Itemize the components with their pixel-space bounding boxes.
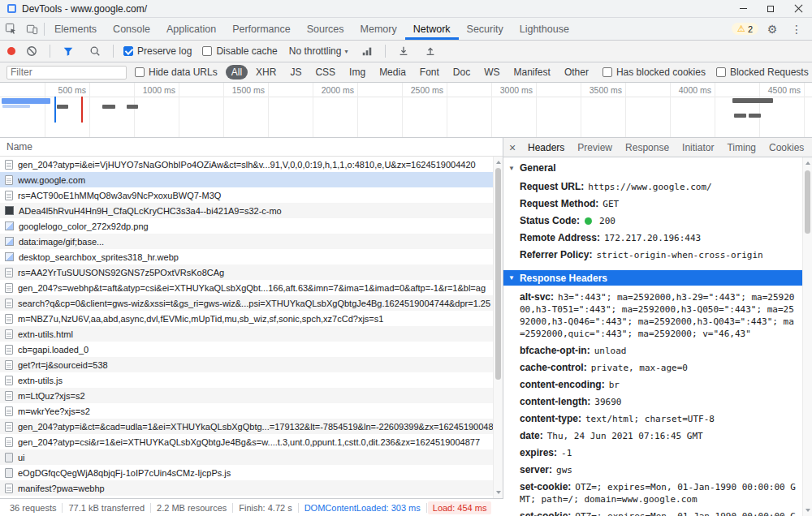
- warning-icon: ⚠: [737, 24, 745, 34]
- scroll-up-icon[interactable]: [806, 161, 810, 165]
- filter-pill-css[interactable]: CSS: [309, 65, 341, 80]
- tab-lighthouse[interactable]: Lighthouse: [512, 18, 577, 40]
- minimize-button[interactable]: [729, 0, 757, 17]
- network-summary-bar: 36 requests77.1 kB transferred2.2 MB res…: [0, 498, 503, 516]
- ruler-line: [0, 97, 812, 97]
- filter-pill-doc[interactable]: Doc: [447, 65, 476, 80]
- filter-input[interactable]: [6, 66, 127, 80]
- tab-application[interactable]: Application: [158, 18, 224, 40]
- record-button[interactable]: [7, 47, 15, 55]
- request-row[interactable]: gen_204?s=webhp&t=aft&atyp=csi&ei=XTHUYk…: [0, 280, 493, 295]
- scroll-up-icon[interactable]: [496, 161, 501, 164]
- request-row[interactable]: extn-utils.js: [0, 372, 493, 388]
- scroll-down-icon[interactable]: [806, 509, 810, 512]
- clear-icon: [26, 45, 37, 57]
- device-toolbar-button[interactable]: [21, 18, 42, 40]
- request-row[interactable]: desktop_searchbox_sprites318_hr.webp: [0, 249, 493, 264]
- request-row[interactable]: eOgDGfqcQegWjA8qbjqFj-1oIP7cUin4sCMz-Ijc…: [0, 465, 493, 480]
- tab-security[interactable]: Security: [459, 18, 512, 40]
- response-headers-section-header[interactable]: ▼ Response Headers: [503, 270, 802, 286]
- issues-badge[interactable]: ⚠ 2: [732, 23, 758, 35]
- general-section-header[interactable]: ▼ General: [503, 157, 802, 178]
- filter-pill-other[interactable]: Other: [559, 65, 594, 80]
- import-har-button[interactable]: [393, 45, 414, 57]
- name-column-header[interactable]: Name: [0, 138, 503, 157]
- preserve-log-checkbox[interactable]: [123, 46, 133, 56]
- export-har-button[interactable]: [420, 45, 441, 57]
- filter-pill-js[interactable]: JS: [284, 65, 307, 80]
- request-row[interactable]: cb=gapi.loaded_0: [0, 342, 493, 357]
- preserve-log-label[interactable]: Preserve log: [137, 45, 192, 57]
- filter-pill-img[interactable]: Img: [343, 65, 371, 80]
- request-row[interactable]: m=NBZ7u,NzU6V,aa,abd,async,dvl,fEVMic,mU…: [0, 311, 493, 326]
- details-tab-preview[interactable]: Preview: [571, 138, 619, 157]
- settings-button[interactable]: ⚙: [762, 23, 783, 36]
- request-row[interactable]: manifest?pwa=webhp: [0, 480, 493, 496]
- clear-button[interactable]: [21, 45, 42, 57]
- filter-pill-font[interactable]: Font: [414, 65, 445, 80]
- blocked-requests-checkbox[interactable]: [716, 67, 726, 77]
- header-name: Referrer Policy:: [520, 249, 592, 260]
- request-list-scrollbar[interactable]: [493, 157, 503, 498]
- timeline-overview[interactable]: 500 ms1000 ms1500 ms2000 ms2500 ms3000 m…: [0, 83, 812, 138]
- request-row[interactable]: data:image/gif;base...: [0, 234, 493, 249]
- hide-data-urls-checkbox[interactable]: [135, 67, 145, 77]
- request-row[interactable]: search?q&cp=0&client=gws-wiz&xssi=t&gs_r…: [0, 295, 493, 311]
- disable-cache-checkbox[interactable]: [202, 46, 212, 56]
- hide-data-urls-label[interactable]: Hide data URLs: [149, 67, 218, 78]
- request-row[interactable]: gen_204?atyp=i&ei=VjHUYO7sNaGOhbIPo4OZiA…: [0, 157, 493, 172]
- response-header-row: server:gws: [520, 464, 797, 476]
- tab-memory[interactable]: Memory: [352, 18, 405, 40]
- timeline-gridline: [536, 83, 537, 137]
- maximize-button[interactable]: [757, 0, 784, 17]
- filter-pill-manifest[interactable]: Manifest: [508, 65, 556, 80]
- has-blocked-cookies-label[interactable]: Has blocked cookies: [616, 67, 706, 78]
- network-conditions-button[interactable]: [356, 45, 378, 57]
- disable-cache-group: Disable cache: [202, 45, 277, 57]
- search-button[interactable]: [84, 45, 106, 57]
- inspect-element-button[interactable]: [0, 18, 21, 40]
- details-tab-timing[interactable]: Timing: [720, 138, 762, 157]
- throttling-dropdown[interactable]: No throttling ▾: [289, 45, 348, 57]
- tab-performance[interactable]: Performance: [224, 18, 299, 40]
- request-row[interactable]: googlelogo_color_272x92dp.png: [0, 218, 493, 234]
- has-blocked-cookies-checkbox[interactable]: [603, 67, 612, 77]
- separator: [113, 45, 114, 58]
- request-row[interactable]: ADea4l5hRvuH4Hn9H_CfaQLcKryCHC3s3a4--bi4…: [0, 203, 493, 218]
- request-row[interactable]: www.google.com: [0, 172, 493, 187]
- request-row[interactable]: get?rt=j&sourceid=538: [0, 357, 493, 372]
- filter-pill-ws[interactable]: WS: [478, 65, 505, 80]
- details-tab-cookies[interactable]: Cookies: [762, 138, 810, 157]
- blocked-requests-label[interactable]: Blocked Requests: [730, 67, 809, 78]
- tab-elements[interactable]: Elements: [46, 18, 105, 40]
- tab-console[interactable]: Console: [105, 18, 158, 40]
- details-tab-response[interactable]: Response: [619, 138, 676, 157]
- request-row[interactable]: m=LtQuz?xjs=s2: [0, 388, 493, 403]
- disable-cache-label[interactable]: Disable cache: [216, 45, 277, 57]
- request-row[interactable]: ui: [0, 449, 493, 465]
- filter-pill-all[interactable]: All: [226, 65, 248, 80]
- tab-sources[interactable]: Sources: [299, 18, 352, 40]
- close-details-button[interactable]: ×: [503, 141, 521, 154]
- scrollbar-thumb[interactable]: [805, 170, 810, 234]
- request-row[interactable]: gen_204?atyp=csi&r=1&ei=XTHUYKaQLsbXgQbt…: [0, 434, 493, 449]
- request-row[interactable]: rs=AA2YrTuSUUSONS92GNS7z5POxtVRsKo8CAg: [0, 264, 493, 280]
- filter-toggle-button[interactable]: [58, 45, 79, 57]
- scroll-down-icon[interactable]: [496, 491, 501, 494]
- close-button[interactable]: [784, 0, 812, 17]
- request-row[interactable]: rs=ACT90oE1hMMqO8w3av9NcPxoxuBWQ7-M3Q: [0, 187, 493, 203]
- request-row[interactable]: m=wkrYee?xjs=s2: [0, 403, 493, 419]
- details-scrollbar[interactable]: [802, 157, 812, 516]
- filter-pill-media[interactable]: Media: [374, 65, 412, 80]
- more-options-button[interactable]: ⋮: [786, 23, 807, 36]
- header-name: expires:: [520, 447, 557, 458]
- doc-icon: [5, 391, 13, 401]
- tab-network[interactable]: Network: [405, 18, 459, 40]
- request-row[interactable]: gen_204?atyp=i&ct=&cad=udla=1&ei=XTHUYka…: [0, 419, 493, 434]
- header-value: 39690: [594, 397, 621, 407]
- request-row[interactable]: extn-utils.html: [0, 326, 493, 342]
- filter-pill-xhr[interactable]: XHR: [250, 65, 282, 80]
- scrollbar-thumb[interactable]: [495, 168, 501, 380]
- details-tab-headers[interactable]: Headers: [521, 138, 571, 157]
- details-tab-initiator[interactable]: Initiator: [676, 138, 720, 157]
